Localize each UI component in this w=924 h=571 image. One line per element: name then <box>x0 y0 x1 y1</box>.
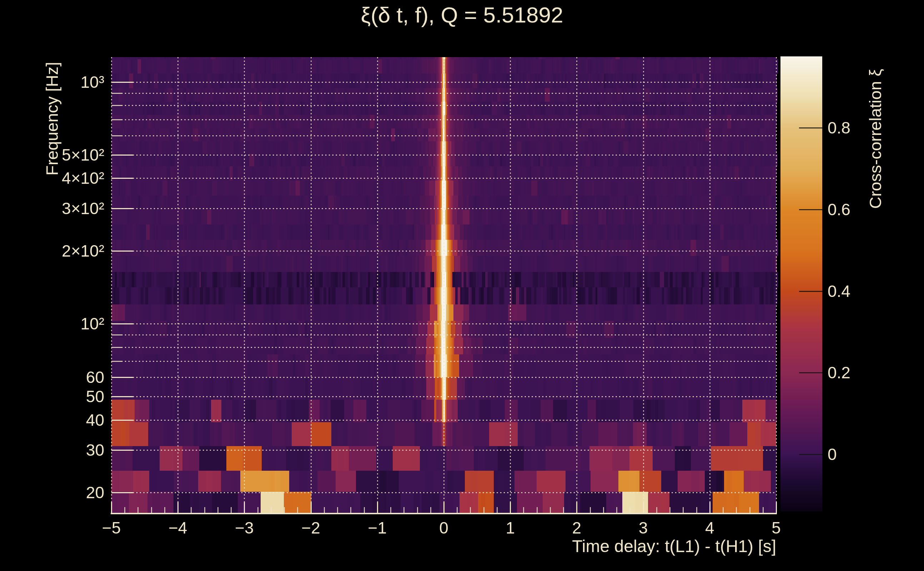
y-tick-label: 30 <box>0 440 104 460</box>
x-tick-label: −5 <box>102 518 121 537</box>
x-tick-label: −3 <box>235 518 253 537</box>
x-tick-label: −2 <box>301 518 320 537</box>
figure: ξ(δ t, f), Q = 5.51892 Time delay: t(L1)… <box>0 0 924 571</box>
chart-title: ξ(δ t, f), Q = 5.51892 <box>0 2 924 28</box>
x-tick-label: 4 <box>705 518 714 537</box>
x-tick-label: 3 <box>639 518 648 537</box>
x-tick-label: 1 <box>505 518 515 537</box>
colorbar-tick-label: 0.6 <box>828 200 850 219</box>
y-tick-label: 50 <box>0 387 104 406</box>
x-tick-label: 0 <box>439 518 448 537</box>
colorbar-tick-label: 0.8 <box>828 118 850 137</box>
colorbar-tick-label: 0.2 <box>828 363 850 382</box>
y-tick-label: 3×10² <box>0 199 104 218</box>
colorbar-tick-label: 0 <box>828 444 837 464</box>
x-axis-title: Time delay: t(L1) - t(H1) [s] <box>572 536 776 556</box>
y-tick-label: 10² <box>0 314 104 333</box>
y-tick-label: 4×10² <box>0 168 104 188</box>
y-tick-label: 10³ <box>0 73 104 92</box>
y-tick-label: 40 <box>0 411 104 430</box>
y-tick-label: 20 <box>0 483 104 502</box>
y-tick-label: 5×10² <box>0 145 104 165</box>
x-tick-label: 5 <box>771 518 781 537</box>
x-tick-label: −1 <box>368 518 387 537</box>
x-tick-label: −4 <box>168 518 187 537</box>
colorbar-title: Cross-correlation ξ <box>865 69 885 209</box>
y-tick-label: 60 <box>0 367 104 387</box>
heatmap-canvas <box>0 0 924 571</box>
y-tick-label: 2×10² <box>0 241 104 261</box>
x-tick-label: 2 <box>572 518 582 537</box>
colorbar-tick-label: 0.4 <box>828 282 850 301</box>
